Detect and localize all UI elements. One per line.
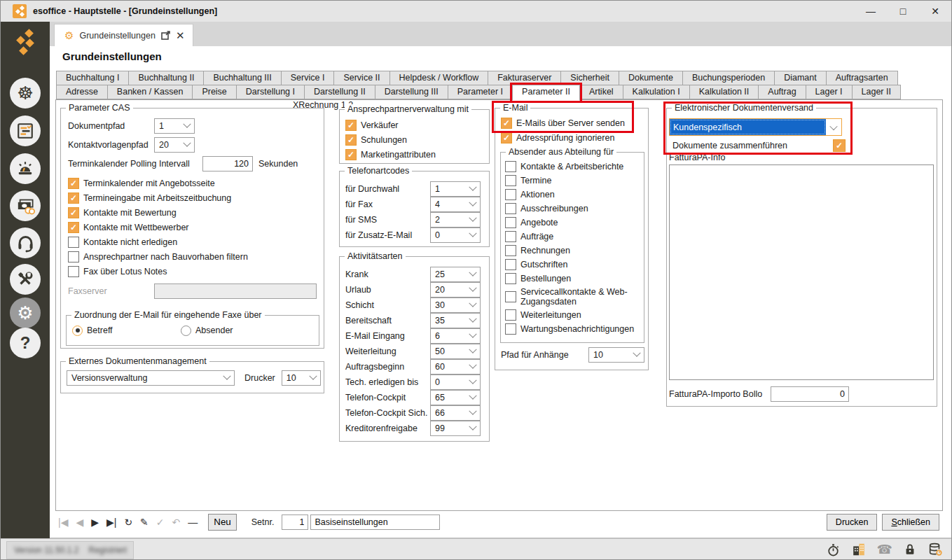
- radio-button[interactable]: [181, 326, 191, 336]
- close-button[interactable]: ✕: [919, 1, 951, 22]
- tab[interactable]: Darstellung III: [375, 85, 448, 99]
- tab[interactable]: Kalkulation II: [689, 85, 759, 99]
- drucker-dropdown[interactable]: 10: [282, 370, 321, 386]
- polling-input[interactable]: [202, 156, 253, 172]
- checkbox[interactable]: [68, 178, 79, 189]
- document-tab-grundeinstellungen[interactable]: ⚙ Grundeinstellungen ✕: [54, 24, 193, 46]
- checkbox[interactable]: [68, 207, 79, 218]
- minimize-button[interactable]: —: [855, 1, 887, 22]
- checkbox[interactable]: [505, 161, 516, 172]
- checkbox[interactable]: [501, 118, 512, 129]
- checkbox[interactable]: [505, 273, 516, 284]
- toolbar-icon[interactable]: ▶: [91, 514, 99, 531]
- tab[interactable]: Artikel: [579, 85, 623, 99]
- dropdown[interactable]: 1: [430, 181, 481, 197]
- checkbox[interactable]: [505, 259, 516, 270]
- tab[interactable]: Lager I: [806, 85, 853, 99]
- checkbox[interactable]: [68, 222, 79, 233]
- checkbox[interactable]: [345, 120, 357, 131]
- checkbox[interactable]: [505, 203, 516, 214]
- database-sync-icon[interactable]: [927, 542, 943, 557]
- dropdown[interactable]: 2: [430, 212, 481, 227]
- tab[interactable]: Helpdesk / Workflow: [389, 71, 489, 85]
- dropdown[interactable]: 0: [430, 227, 481, 243]
- checkbox[interactable]: [68, 192, 79, 204]
- checkbox[interactable]: [505, 323, 516, 335]
- checkbox-row[interactable]: Wartungsbenachrichtigungen: [505, 323, 640, 335]
- checkbox-row[interactable]: Weiterleitungen: [505, 309, 640, 321]
- tab[interactable]: Darstellung I: [236, 85, 305, 99]
- dropdown[interactable]: 65: [430, 390, 481, 405]
- phone-icon[interactable]: ☎: [877, 542, 892, 557]
- checkbox[interactable]: [505, 217, 516, 228]
- versionsverwaltung-dropdown[interactable]: Versionsverwaltung: [67, 370, 235, 386]
- toolbar-icon[interactable]: ↶: [172, 514, 181, 531]
- tab[interactable]: Service II: [333, 71, 389, 85]
- kontaktvorlagenpfad-dropdown[interactable]: 20: [154, 137, 195, 153]
- checkbox-row[interactable]: Termine: [505, 175, 640, 186]
- tab[interactable]: Adresse: [56, 85, 108, 99]
- checkbox[interactable]: [505, 245, 516, 256]
- sidebar-item-helm[interactable]: ☸: [10, 78, 41, 108]
- tab[interactable]: Buchungsperioden: [682, 71, 775, 85]
- setnr-input[interactable]: [282, 514, 308, 530]
- checkbox-row[interactable]: Bestellungen: [505, 273, 640, 284]
- dropdown[interactable]: 35: [430, 313, 481, 328]
- dropdown[interactable]: 50: [430, 344, 481, 359]
- checkbox-row[interactable]: Angebote: [505, 217, 640, 228]
- checkbox-row[interactable]: Verkäufer: [345, 120, 483, 131]
- tab[interactable]: Sicherheit: [560, 71, 619, 85]
- tab[interactable]: Lager II: [852, 85, 901, 99]
- checkbox[interactable]: [345, 149, 357, 160]
- checkbox[interactable]: [68, 237, 79, 248]
- toolbar-icon[interactable]: —: [188, 514, 198, 531]
- checkbox-row[interactable]: Aufträge: [505, 231, 640, 242]
- checkbox-row[interactable]: Kontakte mit Wettbewerber: [68, 222, 317, 233]
- set-name-input[interactable]: [310, 514, 440, 530]
- checkbox[interactable]: [505, 189, 516, 200]
- checkbox[interactable]: [501, 132, 512, 144]
- tab[interactable]: Darstellung II: [304, 85, 375, 99]
- checkbox-row[interactable]: Fax über Lotus Notes: [68, 266, 317, 277]
- sidebar-item-alarm[interactable]: [10, 153, 41, 184]
- sidebar-item-settings[interactable]: ⚙: [10, 298, 41, 328]
- dropdown[interactable]: 25: [430, 267, 481, 282]
- toolbar-icon[interactable]: ◀: [76, 514, 83, 531]
- open-in-new-window-icon[interactable]: [161, 31, 170, 40]
- sidebar-item-planning[interactable]: [10, 115, 41, 146]
- tab[interactable]: Diamant: [774, 71, 827, 85]
- tab[interactable]: Auftrag: [758, 85, 806, 99]
- toolbar-icon[interactable]: ✓: [156, 514, 165, 531]
- checkbox-row[interactable]: Marketingattributen: [345, 149, 483, 160]
- dokumentenversand-dropdown[interactable]: Kundenspezifisch: [669, 118, 842, 136]
- drucken-button[interactable]: Drucken: [827, 514, 878, 531]
- toolbar-icon[interactable]: ▶|: [106, 514, 116, 531]
- tab[interactable]: Preise: [192, 85, 236, 99]
- neu-button[interactable]: Neu: [208, 514, 236, 531]
- tab[interactable]: Buchhaltung III: [203, 71, 281, 85]
- checkbox[interactable]: [505, 231, 516, 242]
- checkbox-row[interactable]: Gutschriften: [505, 259, 640, 270]
- dropdown-button[interactable]: [826, 119, 841, 135]
- dropdown[interactable]: 30: [430, 298, 481, 313]
- tab[interactable]: Buchhaltung I: [56, 71, 129, 85]
- checkbox-row[interactable]: Terminkalender mit Angebotsseite: [68, 178, 317, 189]
- toolbar-icon[interactable]: ✎: [140, 514, 149, 531]
- checkbox-row[interactable]: E-Mails über Server senden: [501, 118, 643, 129]
- sidebar-item-headset[interactable]: [10, 227, 41, 258]
- company-icon[interactable]: [851, 542, 867, 557]
- checkbox-row[interactable]: Kontakte mit Bewertung: [68, 207, 317, 218]
- tab[interactable]: Parameter II: [512, 85, 580, 101]
- tab[interactable]: Kalkulation I: [623, 85, 690, 99]
- checkbox-row[interactable]: Aktionen: [505, 189, 640, 200]
- dropdown[interactable]: 0: [430, 374, 481, 390]
- toolbar-icon[interactable]: |◀: [58, 514, 68, 531]
- tab[interactable]: Dokumente: [619, 71, 683, 85]
- checkbox-row[interactable]: Ansprechpartner nach Bauvorhaben filtern: [68, 251, 317, 262]
- checkbox[interactable]: [505, 175, 516, 186]
- maximize-button[interactable]: □: [887, 1, 919, 22]
- checkbox-row[interactable]: Ausschreibungen: [505, 203, 640, 214]
- sidebar-item-tools[interactable]: [10, 264, 41, 295]
- tab[interactable]: Parameter I: [448, 85, 513, 99]
- checkbox-row[interactable]: Servicecallkontakte & Web-Zugangsdaten: [505, 287, 640, 307]
